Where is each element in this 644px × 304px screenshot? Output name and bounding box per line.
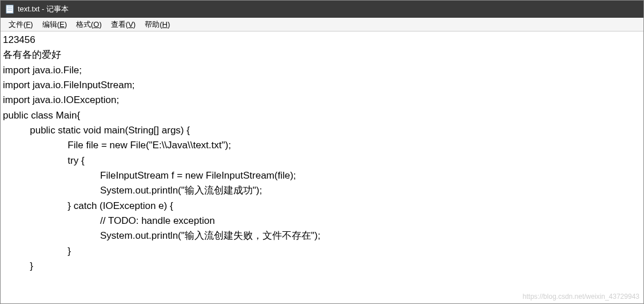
menubar: 文件(F) 编辑(E) 格式(O) 查看(V) 帮助(H) (1, 18, 643, 31)
menu-edit[interactable]: 编辑(E) (38, 18, 71, 31)
titlebar[interactable]: text.txt - 记事本 (1, 1, 643, 18)
menu-view[interactable]: 查看(V) (106, 18, 140, 31)
menu-help[interactable]: 帮助(H) (140, 18, 174, 31)
text-editor[interactable]: 123456 各有各的爱好 import java.io.File; impor… (1, 31, 643, 303)
notepad-icon (5, 5, 14, 14)
window-title: text.txt - 记事本 (18, 4, 69, 14)
svg-rect-0 (6, 5, 13, 13)
notepad-window: text.txt - 记事本 文件(F) 编辑(E) 格式(O) 查看(V) 帮… (0, 0, 644, 304)
menu-file[interactable]: 文件(F) (4, 18, 38, 31)
menu-format[interactable]: 格式(O) (71, 18, 106, 31)
